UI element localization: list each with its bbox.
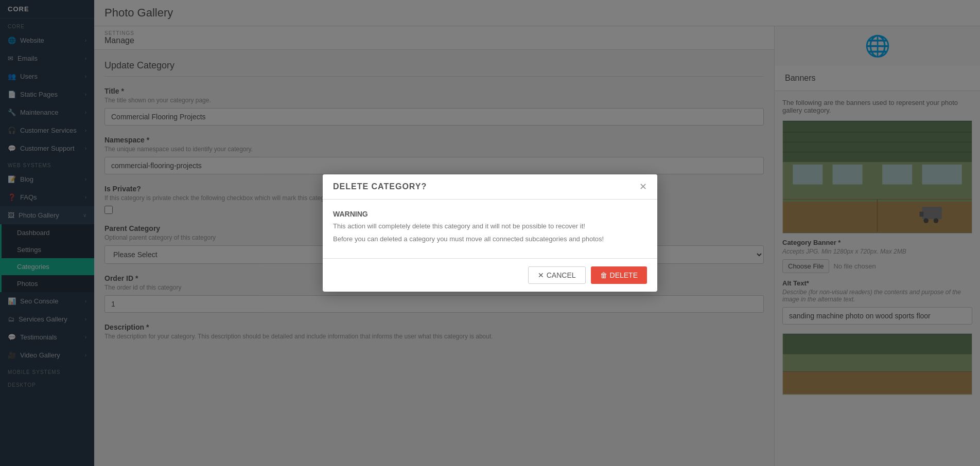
modal-warning-text: This action will completely delete this … (333, 222, 647, 230)
modal-footer: ✕ CANCEL 🗑 DELETE (323, 258, 657, 292)
cancel-label: CANCEL (547, 271, 576, 279)
trash-icon: 🗑 (600, 271, 607, 279)
modal-header: DELETE CATEGORY? ✕ (323, 174, 657, 200)
close-icon[interactable]: ✕ (639, 182, 647, 191)
times-icon: ✕ (538, 271, 544, 279)
cancel-button[interactable]: ✕ CANCEL (528, 266, 586, 284)
modal-overlay[interactable]: DELETE CATEGORY? ✕ WARNING This action w… (0, 0, 980, 466)
modal-title: DELETE CATEGORY? (333, 182, 427, 191)
delete-button[interactable]: 🗑 DELETE (591, 266, 647, 284)
delete-category-modal: DELETE CATEGORY? ✕ WARNING This action w… (323, 174, 657, 292)
modal-body: WARNING This action will completely dele… (323, 200, 657, 258)
modal-subcategory-warning: Before you can deleted a category you mu… (333, 235, 647, 243)
delete-label: DELETE (610, 271, 638, 279)
modal-warning-title: WARNING (333, 210, 647, 218)
